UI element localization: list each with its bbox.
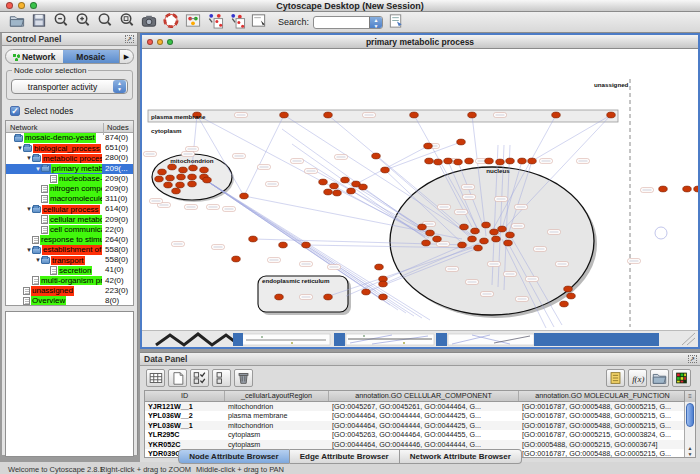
tree-row[interactable]: cell communicat22(0) [6, 225, 133, 235]
network-node[interactable] [444, 158, 453, 164]
network-node[interactable] [490, 229, 499, 235]
network-canvas[interactable]: plasma membranecytoplasmmitochondrionnuc… [142, 49, 698, 330]
help-icon[interactable] [162, 12, 180, 29]
network-node[interactable] [485, 158, 494, 164]
network-node[interactable] [454, 159, 463, 165]
network-node[interactable] [172, 188, 181, 194]
search-config-icon[interactable] [387, 12, 405, 29]
network-node[interactable] [506, 232, 515, 238]
zoom-out-icon[interactable] [52, 12, 70, 29]
search-input[interactable] [314, 17, 369, 28]
float-panel-icon[interactable] [688, 355, 697, 363]
tree-row[interactable]: cellular metabol209(0) [6, 215, 133, 225]
network-node[interactable] [324, 112, 333, 118]
tab-edge-attribute-browser[interactable]: Edge Attribute Browser [290, 449, 400, 464]
network-node[interactable] [424, 143, 433, 149]
network-node[interactable] [460, 224, 469, 230]
table-row[interactable]: YLR295Ccytoplasm[GO:0045263, GO:0044464,… [145, 430, 695, 440]
network-node[interactable] [434, 159, 443, 165]
network-node[interactable] [188, 174, 197, 180]
color-attribute-dropdown[interactable]: transporter activity ▲▼ [11, 79, 128, 94]
more-tabs-button[interactable]: ▶ [119, 50, 133, 63]
show-selected-icon[interactable] [228, 12, 246, 29]
table-row[interactable]: YPL036W__1mitochondrion[GO:0044464, GO:0… [145, 421, 695, 431]
network-node[interactable] [188, 181, 197, 187]
dropdown-arrows-icon[interactable]: ▲▼ [113, 80, 126, 93]
edge[interactable] [284, 115, 470, 235]
column-header[interactable]: annotation.GO CELLULAR_COMPONENT [329, 391, 519, 401]
network-node[interactable] [302, 242, 311, 248]
tree-row[interactable]: secretion41(0) [6, 265, 133, 275]
open-attribute-file-icon[interactable] [650, 369, 669, 387]
tab-node-attribute-browser[interactable]: Node Attribute Browser [178, 449, 290, 464]
background-windows-strip[interactable] [142, 330, 698, 347]
network-node[interactable] [552, 112, 561, 118]
network-node[interactable] [200, 167, 209, 173]
tree-row[interactable]: unassigned223(0) [6, 286, 133, 296]
tree-row[interactable]: ▼transport558(0) [6, 255, 133, 265]
network-node[interactable] [607, 112, 616, 118]
network-node[interactable] [379, 294, 388, 300]
annotation-icon[interactable] [250, 12, 268, 29]
network-node[interactable] [347, 188, 356, 194]
background-window-titlebar[interactable] [534, 333, 659, 346]
tab-network[interactable]: Network [6, 50, 63, 63]
background-window-titlebar[interactable] [334, 333, 345, 346]
network-node[interactable] [528, 158, 537, 164]
zoom-in-icon[interactable] [74, 12, 92, 29]
network-node[interactable] [465, 158, 474, 164]
network-node[interactable] [333, 190, 342, 196]
table-row[interactable]: YJR121W__1mitochondrion[GO:0045267, GO:0… [145, 402, 695, 412]
network-node[interactable] [240, 193, 249, 199]
unselect-attributes-icon[interactable] [212, 369, 231, 387]
function-builder-icon[interactable]: f(x) [628, 369, 647, 387]
net-minimize-button[interactable] [157, 39, 163, 45]
tree-row[interactable]: response to stimul264(0) [6, 235, 133, 245]
network-node[interactable] [330, 183, 339, 189]
minimize-button[interactable] [18, 2, 25, 9]
edge[interactable] [292, 144, 428, 240]
column-options-icon[interactable]: ≡ [684, 391, 695, 402]
network-node[interactable] [280, 112, 289, 118]
edge[interactable] [385, 142, 461, 170]
background-window-titlebar[interactable] [233, 333, 243, 346]
column-header[interactable]: ID [145, 391, 225, 401]
network-node[interactable] [694, 186, 698, 192]
network-node[interactable] [564, 286, 573, 292]
net-close-button[interactable] [147, 39, 153, 45]
open-session-icon[interactable] [8, 12, 26, 29]
network-node[interactable] [324, 294, 333, 300]
scrollbar-thumb[interactable] [686, 403, 694, 427]
delete-attribute-icon[interactable] [234, 369, 253, 387]
network-node[interactable] [422, 240, 431, 246]
network-node[interactable] [324, 189, 333, 195]
network-node[interactable] [480, 238, 489, 244]
tree-column-network[interactable]: Network [10, 123, 38, 132]
search-combo[interactable]: ▲▼ [313, 16, 383, 29]
select-nodes-checkbox[interactable]: ✓ [10, 106, 20, 116]
network-node[interactable] [164, 182, 173, 188]
network-node[interactable] [426, 230, 435, 236]
birdseye-view-panel[interactable] [5, 311, 134, 457]
new-attribute-icon[interactable] [168, 369, 187, 387]
zoom-selected-icon[interactable] [96, 12, 114, 29]
close-button[interactable] [6, 2, 13, 9]
network-node[interactable] [458, 242, 467, 248]
background-window-titlebar[interactable] [436, 333, 447, 346]
float-panel-icon[interactable] [125, 35, 134, 43]
color-matrix-icon[interactable] [672, 369, 691, 387]
network-node[interactable] [468, 236, 477, 242]
network-node[interactable] [341, 177, 350, 183]
network-node[interactable] [275, 294, 284, 300]
network-node[interactable] [471, 228, 480, 234]
network-node[interactable] [506, 158, 515, 164]
network-node[interactable] [177, 174, 186, 180]
window-controls[interactable] [6, 2, 37, 9]
network-node[interactable] [359, 184, 368, 190]
tree-row[interactable]: multi-organism pro42(0) [6, 276, 133, 286]
network-node[interactable] [425, 158, 434, 164]
self-loop-edge[interactable] [655, 227, 667, 239]
network-node[interactable] [433, 236, 442, 242]
column-header[interactable]: _cellularLayoutRegion [225, 391, 329, 401]
network-node[interactable] [457, 139, 466, 145]
